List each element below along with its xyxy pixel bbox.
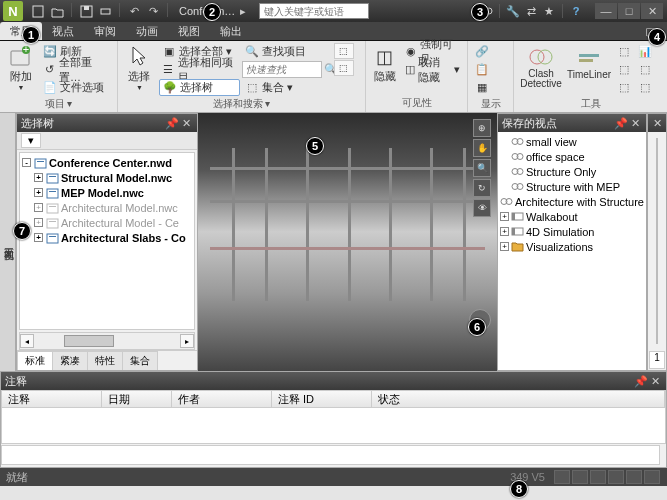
search-input[interactable] [259, 3, 369, 19]
clash-button[interactable]: Clash Detective [518, 43, 564, 91]
slider-track[interactable] [648, 132, 666, 350]
qat-save-icon[interactable] [78, 3, 94, 19]
status-btn-2[interactable] [572, 470, 588, 484]
zoom-icon[interactable]: 🔍 [473, 159, 491, 177]
select-button[interactable]: 选择 ▼ [122, 43, 157, 93]
panel-pin-icon[interactable]: 📌 [634, 374, 648, 388]
tool-btn-5[interactable]: ⬚ [614, 79, 634, 96]
select-same-button[interactable]: ☰选择相同项目 [159, 61, 240, 78]
menu-view[interactable]: 视图 [168, 22, 210, 40]
expand-icon[interactable]: + [34, 188, 43, 197]
tree-row[interactable]: +Architectural Model - Ce [22, 215, 192, 230]
comments-body[interactable] [1, 408, 666, 444]
expand-icon[interactable]: + [34, 173, 43, 182]
file-options-button[interactable]: 📄文件选项 [40, 79, 113, 96]
find-items-button[interactable]: 🔍查找项目 [242, 43, 332, 60]
saved-viewpoint-row[interactable]: office space [500, 149, 644, 164]
scroll-left-icon[interactable]: ◂ [20, 334, 34, 348]
qat-print-icon[interactable] [97, 3, 113, 19]
qat-new-icon[interactable] [30, 3, 46, 19]
tool-btn-3[interactable]: ⬚ [614, 61, 634, 78]
qat-open-icon[interactable] [49, 3, 65, 19]
reset-all-button[interactable]: ↺全部重置… [40, 61, 113, 78]
qat-redo-icon[interactable]: ↷ [145, 3, 161, 19]
append-button[interactable]: + 附加 ▼ [4, 43, 38, 93]
quick-find-input[interactable] [242, 61, 322, 78]
tab-properties[interactable]: 特性 [87, 351, 123, 370]
panel-pin-icon[interactable]: 📌 [614, 116, 628, 130]
col-status[interactable]: 状态 [372, 391, 665, 407]
tool-btn-1[interactable]: ⬚ [614, 43, 634, 60]
tree-row[interactable]: +Structural Model.nwc [22, 170, 192, 185]
saved-viewpoints-tree[interactable]: small viewoffice spaceStructure OnlyStru… [498, 132, 646, 370]
links-button[interactable]: 🔗 [472, 43, 492, 60]
misc-btn-1[interactable]: ⬚ [334, 43, 354, 59]
tree-row[interactable]: -Conference Center.nwd [22, 155, 192, 170]
plan-view-tab[interactable]: 平面视图 [0, 113, 16, 371]
tool-btn-2[interactable]: 📊 [635, 43, 655, 60]
maximize-button[interactable]: □ [618, 3, 640, 19]
hide-button[interactable]: ◫ 隐藏 [370, 43, 400, 86]
title-dropdown-icon[interactable]: ▸ [235, 3, 251, 19]
help-icon[interactable]: ? [568, 3, 584, 19]
tool-icon[interactable]: 🔧 [505, 3, 521, 19]
misc-btn-2[interactable]: ⬚ [334, 60, 354, 76]
panel-close-icon[interactable]: ✕ [628, 116, 642, 130]
saved-viewpoint-row[interactable]: Structure with MEP [500, 179, 644, 194]
look-icon[interactable]: 👁 [473, 199, 491, 217]
steering-wheel-icon[interactable]: ⊕ [473, 119, 491, 137]
expand-icon[interactable]: + [500, 227, 509, 236]
expand-icon[interactable]: + [500, 212, 509, 221]
col-comment[interactable]: 注释 [2, 391, 102, 407]
quick-props-button[interactable]: ▦ [472, 79, 492, 96]
tree-row[interactable]: +Architectural Model.nwc [22, 200, 192, 215]
expand-icon[interactable]: - [22, 158, 31, 167]
group-label-select[interactable]: 选择和搜索 ▾ [122, 96, 361, 111]
comments-input[interactable] [1, 445, 660, 465]
tree-row[interactable]: +MEP Model.nwc [22, 185, 192, 200]
tab-standard[interactable]: 标准 [17, 351, 53, 370]
qat-undo-icon[interactable]: ↶ [126, 3, 142, 19]
exchange-icon[interactable]: ⇄ [523, 3, 539, 19]
menu-output[interactable]: 输出 [210, 22, 252, 40]
tab-sets[interactable]: 集合 [122, 351, 158, 370]
tool-btn-4[interactable]: ⬚ [635, 61, 655, 78]
tree-dropdown-icon[interactable]: ▾ [21, 133, 41, 148]
unhide-button[interactable]: ◫取消隐藏 ▾ [402, 61, 463, 78]
expand-icon[interactable]: + [500, 242, 509, 251]
viewport-3d[interactable]: ⊕ ✋ 🔍 ↻ 👁 [198, 113, 497, 371]
close-button[interactable]: ✕ [641, 3, 663, 19]
saved-viewpoint-row[interactable]: +Walkabout [500, 209, 644, 224]
saved-viewpoint-row[interactable]: Structure Only [500, 164, 644, 179]
saved-viewpoint-row[interactable]: small view [500, 134, 644, 149]
status-btn-4[interactable] [608, 470, 624, 484]
panel-pin-icon[interactable]: 📌 [165, 116, 179, 130]
selection-tree-button[interactable]: 🌳选择树 [159, 79, 240, 96]
panel-close-icon[interactable]: ✕ [648, 374, 662, 388]
col-id[interactable]: 注释 ID [272, 391, 372, 407]
status-btn-5[interactable] [626, 470, 642, 484]
col-date[interactable]: 日期 [102, 391, 172, 407]
status-btn-6[interactable] [644, 470, 660, 484]
expand-icon[interactable]: + [34, 218, 43, 227]
scroll-thumb[interactable] [64, 335, 114, 347]
status-btn-1[interactable] [554, 470, 570, 484]
app-icon[interactable]: N [3, 1, 23, 21]
expand-icon[interactable]: + [34, 203, 43, 212]
tab-compact[interactable]: 紧凑 [52, 351, 88, 370]
saved-viewpoint-row[interactable]: Architecture with Structure [500, 194, 644, 209]
saved-viewpoint-row[interactable]: +Visualizations [500, 239, 644, 254]
star-icon[interactable]: ★ [541, 3, 557, 19]
selection-tree[interactable]: -Conference Center.nwd+Structural Model.… [19, 152, 195, 330]
tool-btn-6[interactable]: ⬚ [635, 79, 655, 96]
tree-row[interactable]: +Architectural Slabs - Co [22, 230, 192, 245]
expand-icon[interactable]: + [34, 233, 43, 242]
slider-value[interactable]: 1 [649, 351, 665, 369]
menu-viewpoint[interactable]: 视点 [42, 22, 84, 40]
timeliner-button[interactable]: TimeLiner [566, 43, 612, 82]
scroll-right-icon[interactable]: ▸ [180, 334, 194, 348]
pan-icon[interactable]: ✋ [473, 139, 491, 157]
saved-viewpoint-row[interactable]: +4D Simulation [500, 224, 644, 239]
minimize-button[interactable]: — [595, 3, 617, 19]
group-label-project[interactable]: 项目 ▾ [4, 96, 113, 111]
